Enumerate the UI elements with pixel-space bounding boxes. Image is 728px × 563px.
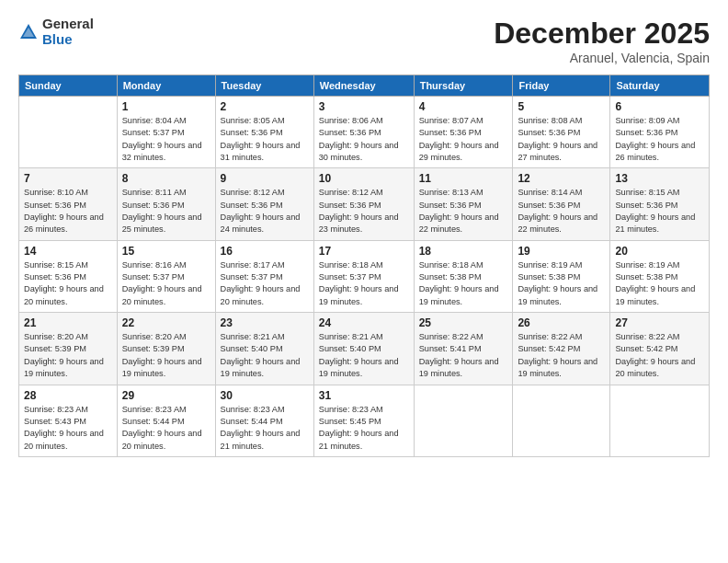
day-number: 24 <box>319 316 409 329</box>
column-header-wednesday: Wednesday <box>313 75 414 97</box>
title-block: December 2025 Aranuel, Valencia, Spain <box>494 17 710 65</box>
calendar-week-row: 28Sunrise: 8:23 AMSunset: 5:43 PMDayligh… <box>19 385 710 456</box>
calendar-cell: 22Sunrise: 8:20 AMSunset: 5:39 PMDayligh… <box>117 313 215 385</box>
logo-icon <box>18 22 39 42</box>
day-detail: Sunrise: 8:22 AMSunset: 5:42 PMDaylight:… <box>518 331 605 380</box>
calendar-cell: 28Sunrise: 8:23 AMSunset: 5:43 PMDayligh… <box>19 385 118 456</box>
calendar-cell: 16Sunrise: 8:17 AMSunset: 5:37 PMDayligh… <box>215 240 313 312</box>
calendar-cell: 2Sunrise: 8:05 AMSunset: 5:36 PMDaylight… <box>215 97 313 168</box>
calendar-cell: 31Sunrise: 8:23 AMSunset: 5:45 PMDayligh… <box>313 385 414 456</box>
day-detail: Sunrise: 8:06 AMSunset: 5:36 PMDaylight:… <box>319 115 409 164</box>
calendar-cell <box>414 385 513 456</box>
day-number: 10 <box>319 172 409 185</box>
column-header-monday: Monday <box>117 75 215 97</box>
logo: General Blue <box>18 17 94 47</box>
day-detail: Sunrise: 8:22 AMSunset: 5:41 PMDaylight:… <box>419 331 508 380</box>
day-detail: Sunrise: 8:12 AMSunset: 5:36 PMDaylight:… <box>221 187 309 236</box>
day-number: 5 <box>518 100 605 113</box>
month-title: December 2025 <box>494 17 710 51</box>
day-number: 19 <box>518 245 605 258</box>
day-detail: Sunrise: 8:21 AMSunset: 5:40 PMDaylight:… <box>221 331 309 380</box>
day-number: 27 <box>615 316 704 329</box>
calendar-cell: 30Sunrise: 8:23 AMSunset: 5:44 PMDayligh… <box>215 385 313 456</box>
calendar-cell: 4Sunrise: 8:07 AMSunset: 5:36 PMDaylight… <box>414 97 513 168</box>
day-detail: Sunrise: 8:20 AMSunset: 5:39 PMDaylight:… <box>122 331 210 380</box>
day-number: 25 <box>419 316 508 329</box>
day-number: 7 <box>24 172 112 185</box>
calendar-cell: 17Sunrise: 8:18 AMSunset: 5:37 PMDayligh… <box>313 240 414 312</box>
calendar-week-row: 14Sunrise: 8:15 AMSunset: 5:36 PMDayligh… <box>19 240 710 312</box>
day-detail: Sunrise: 8:22 AMSunset: 5:42 PMDaylight:… <box>615 331 704 380</box>
day-number: 1 <box>122 100 210 113</box>
day-number: 29 <box>122 389 210 402</box>
column-header-sunday: Sunday <box>19 75 118 97</box>
calendar-cell <box>610 385 710 456</box>
day-number: 16 <box>221 245 309 258</box>
calendar-cell: 26Sunrise: 8:22 AMSunset: 5:42 PMDayligh… <box>513 313 610 385</box>
day-detail: Sunrise: 8:04 AMSunset: 5:37 PMDaylight:… <box>122 115 210 164</box>
day-detail: Sunrise: 8:08 AMSunset: 5:36 PMDaylight:… <box>518 115 605 164</box>
day-number: 23 <box>221 316 309 329</box>
day-detail: Sunrise: 8:15 AMSunset: 5:36 PMDaylight:… <box>615 187 704 236</box>
calendar-header-row: SundayMondayTuesdayWednesdayThursdayFrid… <box>19 75 710 97</box>
calendar-cell: 19Sunrise: 8:19 AMSunset: 5:38 PMDayligh… <box>513 240 610 312</box>
day-number: 17 <box>319 245 409 258</box>
location-subtitle: Aranuel, Valencia, Spain <box>494 51 710 65</box>
calendar-table: SundayMondayTuesdayWednesdayThursdayFrid… <box>18 75 710 457</box>
calendar-cell: 12Sunrise: 8:14 AMSunset: 5:36 PMDayligh… <box>513 168 610 240</box>
day-detail: Sunrise: 8:07 AMSunset: 5:36 PMDaylight:… <box>419 115 508 164</box>
calendar-week-row: 1Sunrise: 8:04 AMSunset: 5:37 PMDaylight… <box>19 97 710 168</box>
day-number: 30 <box>221 389 309 402</box>
logo-text: General Blue <box>42 17 94 47</box>
calendar-cell: 1Sunrise: 8:04 AMSunset: 5:37 PMDaylight… <box>117 97 215 168</box>
day-detail: Sunrise: 8:09 AMSunset: 5:36 PMDaylight:… <box>615 115 704 164</box>
day-number: 3 <box>319 100 409 113</box>
day-number: 13 <box>615 172 704 185</box>
day-number: 11 <box>419 172 508 185</box>
day-detail: Sunrise: 8:19 AMSunset: 5:38 PMDaylight:… <box>615 259 704 308</box>
day-detail: Sunrise: 8:15 AMSunset: 5:36 PMDaylight:… <box>24 259 112 308</box>
day-detail: Sunrise: 8:11 AMSunset: 5:36 PMDaylight:… <box>122 187 210 236</box>
day-number: 2 <box>221 100 309 113</box>
calendar-cell: 15Sunrise: 8:16 AMSunset: 5:37 PMDayligh… <box>117 240 215 312</box>
calendar-week-row: 21Sunrise: 8:20 AMSunset: 5:39 PMDayligh… <box>19 313 710 385</box>
day-detail: Sunrise: 8:18 AMSunset: 5:37 PMDaylight:… <box>319 259 409 308</box>
column-header-tuesday: Tuesday <box>215 75 313 97</box>
day-number: 26 <box>518 316 605 329</box>
day-detail: Sunrise: 8:18 AMSunset: 5:38 PMDaylight:… <box>419 259 508 308</box>
day-number: 9 <box>221 172 309 185</box>
calendar-cell: 8Sunrise: 8:11 AMSunset: 5:36 PMDaylight… <box>117 168 215 240</box>
day-number: 18 <box>419 245 508 258</box>
day-detail: Sunrise: 8:21 AMSunset: 5:40 PMDaylight:… <box>319 331 409 380</box>
calendar-cell: 20Sunrise: 8:19 AMSunset: 5:38 PMDayligh… <box>610 240 710 312</box>
calendar-cell: 7Sunrise: 8:10 AMSunset: 5:36 PMDaylight… <box>19 168 118 240</box>
day-detail: Sunrise: 8:05 AMSunset: 5:36 PMDaylight:… <box>221 115 309 164</box>
calendar-cell: 29Sunrise: 8:23 AMSunset: 5:44 PMDayligh… <box>117 385 215 456</box>
calendar-cell: 14Sunrise: 8:15 AMSunset: 5:36 PMDayligh… <box>19 240 118 312</box>
day-number: 21 <box>24 316 112 329</box>
day-number: 4 <box>419 100 508 113</box>
day-number: 15 <box>122 245 210 258</box>
calendar-cell: 9Sunrise: 8:12 AMSunset: 5:36 PMDaylight… <box>215 168 313 240</box>
calendar-week-row: 7Sunrise: 8:10 AMSunset: 5:36 PMDaylight… <box>19 168 710 240</box>
calendar-cell: 24Sunrise: 8:21 AMSunset: 5:40 PMDayligh… <box>313 313 414 385</box>
day-detail: Sunrise: 8:10 AMSunset: 5:36 PMDaylight:… <box>24 187 112 236</box>
day-number: 31 <box>319 389 409 402</box>
day-detail: Sunrise: 8:14 AMSunset: 5:36 PMDaylight:… <box>518 187 605 236</box>
day-number: 20 <box>615 245 704 258</box>
calendar-cell <box>513 385 610 456</box>
calendar-cell <box>19 97 118 168</box>
day-detail: Sunrise: 8:19 AMSunset: 5:38 PMDaylight:… <box>518 259 605 308</box>
header: General Blue December 2025 Aranuel, Vale… <box>18 17 710 65</box>
day-number: 6 <box>615 100 704 113</box>
column-header-thursday: Thursday <box>414 75 513 97</box>
calendar-cell: 6Sunrise: 8:09 AMSunset: 5:36 PMDaylight… <box>610 97 710 168</box>
logo-general: General <box>42 17 94 32</box>
day-detail: Sunrise: 8:23 AMSunset: 5:44 PMDaylight:… <box>221 404 309 453</box>
day-number: 22 <box>122 316 210 329</box>
day-detail: Sunrise: 8:23 AMSunset: 5:45 PMDaylight:… <box>319 404 409 453</box>
calendar-cell: 25Sunrise: 8:22 AMSunset: 5:41 PMDayligh… <box>414 313 513 385</box>
day-detail: Sunrise: 8:13 AMSunset: 5:36 PMDaylight:… <box>419 187 508 236</box>
day-number: 14 <box>24 245 112 258</box>
calendar-cell: 3Sunrise: 8:06 AMSunset: 5:36 PMDaylight… <box>313 97 414 168</box>
